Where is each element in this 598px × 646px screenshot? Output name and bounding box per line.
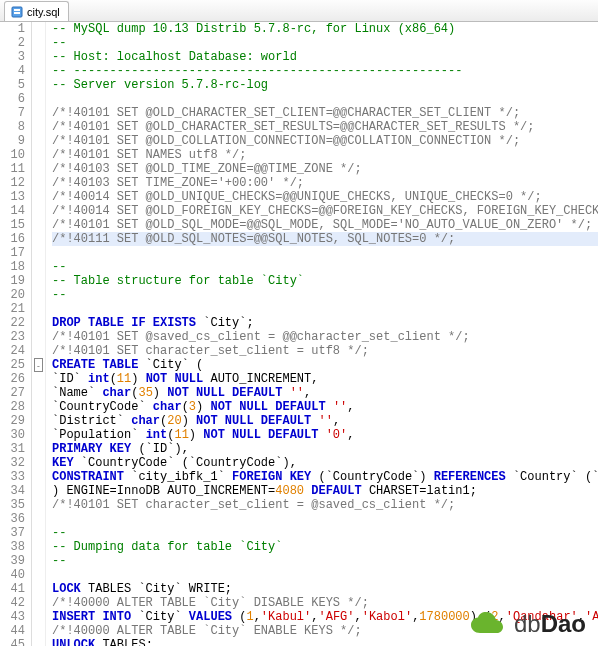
line-number: 41 [0,582,31,596]
code-line[interactable] [52,568,598,582]
watermark-logo: dbDao [468,610,586,638]
code-line[interactable]: `Name` char(35) NOT NULL DEFAULT '', [52,386,598,400]
fold-cell [32,456,45,470]
fold-cell [32,386,45,400]
fold-cell [32,610,45,624]
line-number: 20 [0,288,31,302]
code-line[interactable]: /*!40101 SET NAMES utf8 */; [52,148,598,162]
line-number: 34 [0,484,31,498]
tab-bar: city.sql [0,0,598,22]
logo-text: dbDao [514,610,586,638]
code-line[interactable]: -- [52,288,598,302]
code-line[interactable]: /*!40101 SET @saved_cs_client = @@charac… [52,330,598,344]
code-line[interactable] [52,246,598,260]
fold-cell [32,526,45,540]
line-number: 8 [0,120,31,134]
line-number: 43 [0,610,31,624]
code-line[interactable]: /*!40000 ALTER TABLE `City` DISABLE KEYS… [52,596,598,610]
fold-cell [32,540,45,554]
line-number: 26 [0,372,31,386]
fold-cell [32,414,45,428]
fold-cell [32,162,45,176]
sql-file-icon [11,6,23,18]
code-line[interactable]: /*!40101 SET character_set_client = @sav… [52,498,598,512]
code-line[interactable]: CONSTRAINT `city_ibfk_1` FOREIGN KEY (`C… [52,470,598,484]
fold-toggle[interactable]: - [34,358,43,372]
line-number: 23 [0,330,31,344]
fold-cell [32,78,45,92]
code-line[interactable]: /*!40103 SET @OLD_TIME_ZONE=@@TIME_ZONE … [52,162,598,176]
line-number: 14 [0,204,31,218]
code-area[interactable]: -- MySQL dump 10.13 Distrib 5.7.8-rc, fo… [46,22,598,646]
fold-cell [32,232,45,246]
fold-cell [32,64,45,78]
code-line[interactable]: /*!40101 SET @OLD_SQL_MODE=@@SQL_MODE, S… [52,218,598,232]
line-number: 40 [0,568,31,582]
code-line[interactable]: ) ENGINE=InnoDB AUTO_INCREMENT=4080 DEFA… [52,484,598,498]
code-line[interactable] [52,92,598,106]
code-line[interactable]: `Population` int(11) NOT NULL DEFAULT '0… [52,428,598,442]
line-number: 38 [0,540,31,554]
line-number: 10 [0,148,31,162]
line-number: 37 [0,526,31,540]
code-line[interactable]: -- [52,554,598,568]
line-number: 15 [0,218,31,232]
cloud-icon [468,611,508,637]
fold-cell [32,498,45,512]
fold-cell [32,428,45,442]
code-line[interactable]: -- [52,36,598,50]
code-line[interactable]: /*!40101 SET @OLD_CHARACTER_SET_CLIENT=@… [52,106,598,120]
code-line[interactable]: LOCK TABLES `City` WRITE; [52,582,598,596]
code-line[interactable]: -- [52,260,598,274]
code-line[interactable]: /*!40101 SET @OLD_CHARACTER_SET_RESULTS=… [52,120,598,134]
code-line[interactable]: PRIMARY KEY (`ID`), [52,442,598,456]
line-number: 30 [0,428,31,442]
code-line[interactable]: UNLOCK TABLES; [52,638,598,646]
code-line[interactable]: -- Dumping data for table `City` [52,540,598,554]
code-line[interactable]: /*!40111 SET @OLD_SQL_NOTES=@@SQL_NOTES,… [52,232,598,246]
line-number: 5 [0,78,31,92]
code-line[interactable]: -- [52,526,598,540]
fold-cell [32,134,45,148]
line-number: 13 [0,190,31,204]
fold-cell [32,582,45,596]
line-number: 19 [0,274,31,288]
fold-cell [32,274,45,288]
code-line[interactable]: -- Host: localhost Database: world [52,50,598,64]
code-line[interactable]: /*!40101 SET @OLD_COLLATION_CONNECTION=@… [52,134,598,148]
fold-cell [32,344,45,358]
code-line[interactable]: /*!40101 SET character_set_client = utf8… [52,344,598,358]
code-line[interactable] [52,512,598,526]
line-number: 12 [0,176,31,190]
fold-cell [32,288,45,302]
code-line[interactable]: `District` char(20) NOT NULL DEFAULT '', [52,414,598,428]
code-line[interactable]: CREATE TABLE `City` ( [52,358,598,372]
line-number: 24 [0,344,31,358]
line-number: 2 [0,36,31,50]
code-line[interactable]: /*!40014 SET @OLD_UNIQUE_CHECKS=@@UNIQUE… [52,190,598,204]
code-line[interactable]: -- Server version 5.7.8-rc-log [52,78,598,92]
code-line[interactable]: `CountryCode` char(3) NOT NULL DEFAULT '… [52,400,598,414]
fold-cell [32,204,45,218]
line-number: 4 [0,64,31,78]
line-number: 17 [0,246,31,260]
code-line[interactable]: /*!40014 SET @OLD_FOREIGN_KEY_CHECKS=@@F… [52,204,598,218]
line-number: 3 [0,50,31,64]
fold-cell [32,246,45,260]
line-number: 1 [0,22,31,36]
fold-cell [32,36,45,50]
code-line[interactable]: KEY `CountryCode` (`CountryCode`), [52,456,598,470]
tab-city-sql[interactable]: city.sql [4,1,69,21]
line-number: 7 [0,106,31,120]
line-number: 28 [0,400,31,414]
code-line[interactable]: -- MySQL dump 10.13 Distrib 5.7.8-rc, fo… [52,22,598,36]
fold-cell [32,624,45,638]
line-number: 45 [0,638,31,646]
code-line[interactable] [52,302,598,316]
code-line[interactable]: -- Table structure for table `City` [52,274,598,288]
code-line[interactable]: `ID` int(11) NOT NULL AUTO_INCREMENT, [52,372,598,386]
code-editor[interactable]: 1234567891011121314151617181920212223242… [0,22,598,646]
code-line[interactable]: -- -------------------------------------… [52,64,598,78]
code-line[interactable]: DROP TABLE IF EXISTS `City`; [52,316,598,330]
code-line[interactable]: /*!40103 SET TIME_ZONE='+00:00' */; [52,176,598,190]
